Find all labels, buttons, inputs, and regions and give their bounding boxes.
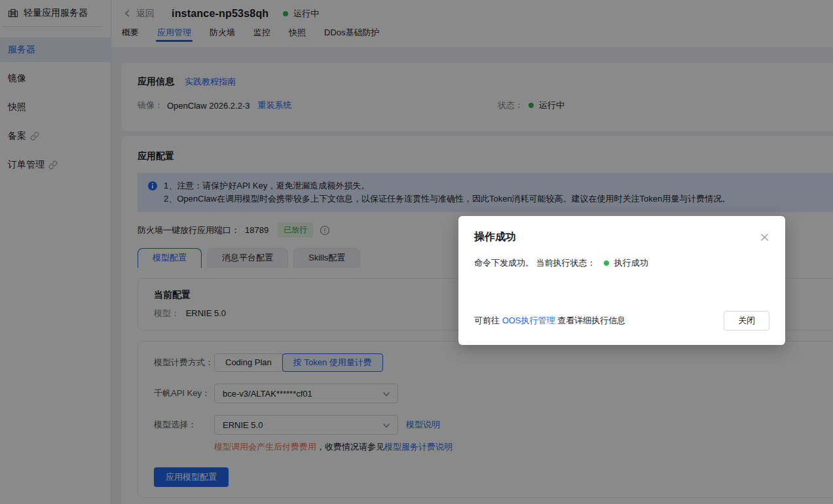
- modal-status-value: 执行成功: [614, 257, 648, 269]
- modal-footer: 可前往 OOS执行管理 查看详细执行信息 关闭: [474, 311, 769, 331]
- modal-body: 命令下发成功。 当前执行状态： 执行成功: [474, 257, 769, 269]
- modal-title: 操作成功: [474, 230, 516, 244]
- modal-close-button[interactable]: 关闭: [724, 311, 769, 331]
- modal-header: 操作成功: [474, 230, 769, 244]
- console-screen: 轻量应用服务器 服务器 镜像 快照 备案: [0, 0, 833, 504]
- close-icon[interactable]: [760, 232, 769, 242]
- footer-prefix: 可前往: [474, 315, 502, 325]
- status-dot-green: [604, 261, 609, 266]
- footer-suffix: 查看详细执行信息: [555, 315, 626, 325]
- success-modal: 操作成功 命令下发成功。 当前执行状态： 执行成功 可前往 OOS执行管理 查看…: [458, 216, 785, 345]
- modal-footer-text: 可前往 OOS执行管理 查看详细执行信息: [474, 315, 625, 327]
- oos-management-link[interactable]: OOS执行管理: [502, 315, 555, 325]
- modal-message: 命令下发成功。 当前执行状态：: [474, 257, 596, 269]
